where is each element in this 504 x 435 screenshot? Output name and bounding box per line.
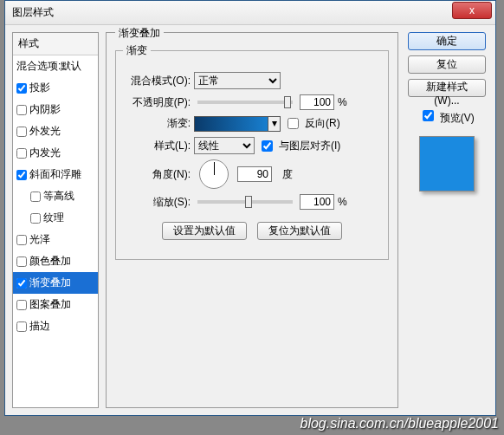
style-item-1[interactable]: 内阴影	[13, 99, 98, 120]
style-item-6[interactable]: 纹理	[13, 207, 98, 229]
gradient-fieldset: 渐变 混合模式(O): 正常 不透明度(P): % 渐变: ▾ 反向(R)	[115, 43, 389, 260]
style-item-7[interactable]: 光泽	[13, 229, 98, 250]
reverse-label: 反向(R)	[305, 116, 340, 131]
style-label: 内发光	[29, 146, 61, 160]
style-label: 斜面和浮雕	[29, 167, 81, 182]
style-label: 样式(L):	[123, 139, 191, 153]
angle-label: 角度(N):	[123, 167, 191, 182]
ok-button[interactable]: 确定	[408, 32, 486, 50]
angle-input[interactable]	[237, 166, 272, 182]
style-item-2[interactable]: 外发光	[13, 120, 98, 142]
preview-row: 预览(V)	[419, 107, 474, 126]
style-label: 投影	[29, 81, 50, 95]
scale-input[interactable]	[300, 194, 334, 210]
chevron-down-icon[interactable]: ▾	[268, 117, 280, 131]
gradient-label: 渐变:	[123, 116, 191, 131]
style-checkbox[interactable]	[16, 300, 27, 310]
action-panel: 确定 复位 新建样式(W)... 预览(V)	[405, 32, 488, 408]
style-checkbox[interactable]	[16, 127, 27, 137]
style-label: 光泽	[29, 232, 50, 247]
align-checkbox[interactable]	[262, 140, 273, 152]
style-checkbox[interactable]	[30, 192, 41, 202]
style-checkbox[interactable]	[16, 278, 27, 289]
window-title: 图层样式	[9, 5, 452, 20]
style-checkbox[interactable]	[16, 235, 27, 245]
style-label: 内阴影	[29, 102, 61, 117]
style-checkbox[interactable]	[16, 105, 27, 115]
opacity-label: 不透明度(P):	[123, 95, 191, 110]
scale-unit: %	[338, 196, 347, 208]
options-panel: 渐变叠加 渐变 混合模式(O): 正常 不透明度(P): % 渐变: ▾	[106, 32, 398, 408]
set-default-button[interactable]: 设置为默认值	[162, 222, 247, 240]
scale-label: 缩放(S):	[123, 195, 191, 210]
style-label: 等高线	[43, 189, 74, 204]
style-label: 纹理	[43, 211, 64, 225]
angle-unit: 度	[282, 167, 293, 182]
style-checkbox[interactable]	[16, 170, 27, 180]
preview-swatch	[419, 136, 475, 192]
style-label: 外发光	[29, 124, 61, 139]
gradient-picker[interactable]: ▾	[194, 116, 281, 132]
style-item-4[interactable]: 斜面和浮雕	[13, 164, 98, 185]
style-label: 图案叠加	[29, 297, 71, 312]
style-checkbox[interactable]	[16, 148, 27, 159]
angle-control[interactable]	[199, 159, 229, 189]
layer-style-dialog: 图层样式 x 样式 混合选项:默认 投影内阴影外发光内发光斜面和浮雕等高线纹理光…	[4, 0, 496, 416]
blend-mode-label: 混合模式(O):	[123, 74, 191, 88]
style-label: 渐变叠加	[29, 276, 71, 290]
opacity-input[interactable]	[300, 94, 334, 110]
close-button[interactable]: x	[452, 2, 492, 19]
blend-mode-select[interactable]: 正常	[194, 72, 281, 89]
fieldset-legend: 渐变	[123, 43, 151, 58]
blend-options-item[interactable]: 混合选项:默认	[13, 55, 98, 77]
preview-label: 预览(V)	[440, 112, 475, 124]
scale-slider[interactable]	[197, 200, 293, 204]
style-item-9[interactable]: 渐变叠加	[13, 272, 98, 294]
style-item-10[interactable]: 图案叠加	[13, 294, 98, 315]
style-checkbox[interactable]	[16, 83, 27, 94]
reset-default-button[interactable]: 复位为默认值	[257, 222, 342, 240]
style-label: 描边	[29, 319, 50, 334]
style-item-0[interactable]: 投影	[13, 77, 98, 99]
style-item-8[interactable]: 颜色叠加	[13, 250, 98, 272]
cancel-button[interactable]: 复位	[408, 55, 486, 74]
style-item-3[interactable]: 内发光	[13, 142, 98, 164]
align-label: 与图层对齐(I)	[279, 139, 340, 153]
new-style-button[interactable]: 新建样式(W)...	[408, 79, 486, 97]
styles-panel: 样式 混合选项:默认 投影内阴影外发光内发光斜面和浮雕等高线纹理光泽颜色叠加渐变…	[12, 32, 99, 408]
style-label: 颜色叠加	[29, 254, 71, 269]
style-select[interactable]: 线性	[194, 137, 255, 154]
styles-header[interactable]: 样式	[13, 33, 98, 55]
opacity-unit: %	[338, 96, 347, 108]
style-checkbox[interactable]	[16, 256, 27, 267]
reverse-checkbox[interactable]	[288, 118, 299, 129]
watermark-text: blog.sina.com.cn/blueapple2001	[300, 416, 500, 432]
style-item-11[interactable]: 描边	[13, 315, 98, 337]
style-checkbox[interactable]	[30, 213, 41, 224]
opacity-slider[interactable]	[197, 101, 293, 104]
group-title: 渐变叠加	[115, 26, 164, 41]
style-checkbox[interactable]	[16, 321, 27, 332]
style-item-5[interactable]: 等高线	[13, 185, 98, 207]
preview-checkbox[interactable]	[423, 110, 434, 121]
titlebar[interactable]: 图层样式 x	[5, 1, 495, 25]
